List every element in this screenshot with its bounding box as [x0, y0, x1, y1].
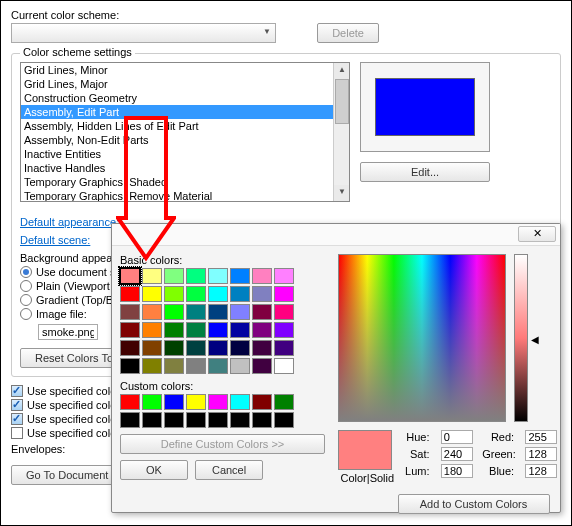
basic-color-swatch[interactable] — [252, 304, 272, 320]
default-scene-link[interactable]: Default scene: — [20, 234, 90, 246]
basic-color-swatch[interactable] — [274, 268, 294, 284]
list-item[interactable]: Assembly, Non-Edit Parts — [21, 133, 349, 147]
basic-color-swatch[interactable] — [252, 268, 272, 284]
image-file-input[interactable] — [38, 324, 98, 340]
custom-color-swatch[interactable] — [274, 412, 294, 428]
radio[interactable] — [20, 280, 32, 292]
ok-button[interactable]: OK — [120, 460, 188, 480]
custom-color-swatch[interactable] — [186, 394, 206, 410]
basic-color-swatch[interactable] — [164, 304, 184, 320]
basic-color-swatch[interactable] — [230, 322, 250, 338]
list-item[interactable]: Construction Geometry — [21, 91, 349, 105]
cancel-button[interactable]: Cancel — [195, 460, 263, 480]
basic-color-swatch[interactable] — [164, 322, 184, 338]
current-scheme-dropdown[interactable] — [11, 23, 276, 43]
luminance-slider[interactable] — [514, 254, 528, 422]
basic-color-swatch[interactable] — [208, 304, 228, 320]
checkbox[interactable] — [11, 427, 23, 439]
basic-color-swatch[interactable] — [230, 340, 250, 356]
basic-color-swatch[interactable] — [120, 304, 140, 320]
scroll-up-icon[interactable]: ▲ — [334, 63, 350, 79]
scroll-thumb[interactable] — [335, 79, 349, 124]
red-input[interactable] — [525, 430, 557, 444]
basic-color-swatch[interactable] — [252, 286, 272, 302]
custom-color-swatch[interactable] — [230, 412, 250, 428]
basic-color-swatch[interactable] — [164, 340, 184, 356]
define-custom-colors-button[interactable]: Define Custom Colors >> — [120, 434, 325, 454]
radio[interactable] — [20, 266, 32, 278]
basic-color-swatch[interactable] — [186, 268, 206, 284]
radio[interactable] — [20, 308, 32, 320]
basic-color-swatch[interactable] — [208, 322, 228, 338]
basic-color-swatch[interactable] — [274, 304, 294, 320]
custom-color-swatch[interactable] — [120, 412, 140, 428]
list-item[interactable]: Assembly, Edit Part — [21, 105, 349, 119]
list-item[interactable]: Temporary Graphics, Remove Material — [21, 189, 349, 202]
checkbox[interactable] — [11, 385, 23, 397]
basic-color-swatch[interactable] — [230, 304, 250, 320]
basic-color-swatch[interactable] — [186, 340, 206, 356]
blue-input[interactable] — [525, 464, 557, 478]
basic-color-swatch[interactable] — [230, 286, 250, 302]
basic-color-swatch[interactable] — [142, 340, 162, 356]
scrollbar[interactable]: ▲ ▼ — [333, 63, 349, 201]
edit-button[interactable]: Edit... — [360, 162, 490, 182]
basic-color-swatch[interactable] — [186, 286, 206, 302]
radio[interactable] — [20, 294, 32, 306]
basic-color-swatch[interactable] — [142, 268, 162, 284]
scroll-down-icon[interactable]: ▼ — [334, 185, 350, 201]
custom-color-swatch[interactable] — [164, 412, 184, 428]
basic-color-swatch[interactable] — [186, 304, 206, 320]
basic-color-swatch[interactable] — [252, 358, 272, 374]
custom-color-swatch[interactable] — [164, 394, 184, 410]
custom-color-swatch[interactable] — [142, 394, 162, 410]
basic-color-swatch[interactable] — [120, 340, 140, 356]
luminance-pointer-icon[interactable]: ◀ — [531, 334, 539, 345]
basic-color-swatch[interactable] — [164, 358, 184, 374]
custom-color-swatch[interactable] — [230, 394, 250, 410]
basic-color-swatch[interactable] — [142, 322, 162, 338]
list-item[interactable]: Inactive Handles — [21, 161, 349, 175]
delete-button[interactable]: Delete — [317, 23, 379, 43]
basic-color-swatch[interactable] — [274, 322, 294, 338]
basic-color-swatch[interactable] — [120, 358, 140, 374]
custom-color-swatch[interactable] — [120, 394, 140, 410]
basic-color-swatch[interactable] — [274, 358, 294, 374]
basic-color-swatch[interactable] — [274, 286, 294, 302]
checkbox[interactable] — [11, 399, 23, 411]
basic-color-swatch[interactable] — [186, 358, 206, 374]
basic-color-swatch[interactable] — [208, 340, 228, 356]
basic-color-swatch[interactable] — [120, 286, 140, 302]
hue-input[interactable] — [441, 430, 473, 444]
custom-color-swatch[interactable] — [274, 394, 294, 410]
list-item[interactable]: Assembly, Hidden Lines of Edit Part — [21, 119, 349, 133]
list-item[interactable]: Grid Lines, Major — [21, 77, 349, 91]
list-item[interactable]: Inactive Entities — [21, 147, 349, 161]
lum-input[interactable] — [441, 464, 473, 478]
basic-color-swatch[interactable] — [120, 322, 140, 338]
custom-color-swatch[interactable] — [208, 394, 228, 410]
custom-color-swatch[interactable] — [252, 412, 272, 428]
custom-color-swatch[interactable] — [186, 412, 206, 428]
basic-color-swatch[interactable] — [142, 304, 162, 320]
basic-color-swatch[interactable] — [208, 286, 228, 302]
basic-color-swatch[interactable] — [142, 358, 162, 374]
custom-color-swatch[interactable] — [142, 412, 162, 428]
list-item[interactable]: Grid Lines, Minor — [21, 63, 349, 77]
sat-input[interactable] — [441, 447, 473, 461]
basic-color-swatch[interactable] — [120, 268, 140, 284]
basic-color-swatch[interactable] — [164, 286, 184, 302]
close-button[interactable]: ✕ — [518, 226, 556, 242]
add-to-custom-colors-button[interactable]: Add to Custom Colors — [398, 494, 550, 514]
default-appearance-link[interactable]: Default appearance: — [20, 216, 119, 228]
custom-color-swatch[interactable] — [252, 394, 272, 410]
basic-color-swatch[interactable] — [230, 358, 250, 374]
basic-color-swatch[interactable] — [208, 358, 228, 374]
basic-color-swatch[interactable] — [230, 268, 250, 284]
basic-color-swatch[interactable] — [142, 286, 162, 302]
basic-color-swatch[interactable] — [252, 322, 272, 338]
list-item[interactable]: Temporary Graphics, Shaded — [21, 175, 349, 189]
basic-color-swatch[interactable] — [208, 268, 228, 284]
green-input[interactable] — [525, 447, 557, 461]
basic-color-swatch[interactable] — [186, 322, 206, 338]
